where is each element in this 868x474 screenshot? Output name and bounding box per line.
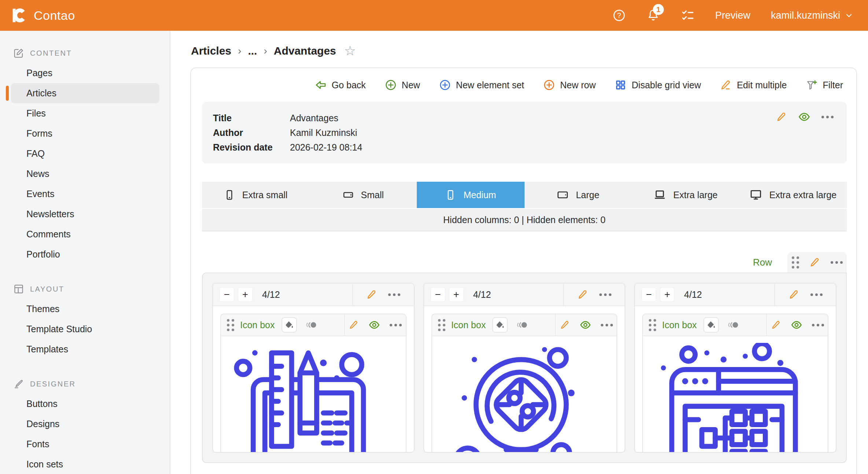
more-options-icon[interactable] [810,293,823,296]
column-header: − + 4/12 [424,284,625,306]
edit-square-icon [13,48,24,59]
sidebar-item-icon-sets[interactable]: Icon sets [0,454,170,474]
meta-row-author: Author Kamil Kuzminski [213,125,836,140]
laptop-design-illustration [230,343,397,453]
sidebar: CONTENT Pages Articles Files Forms FAQ N… [0,31,170,474]
more-options-icon[interactable] [599,293,611,296]
edit-pencil-icon[interactable] [349,320,359,330]
column-shrink-button[interactable]: − [220,287,234,302]
fade-visibility-icon[interactable] [515,320,528,330]
contao-logo[interactable]: Contao [11,8,75,23]
sidebar-item-fonts[interactable]: Fonts [0,434,170,454]
breakpoint-tabs: Extra small Small Medium [202,182,847,208]
help-icon[interactable]: ? [613,9,626,22]
style-fill-button[interactable] [492,317,508,333]
tab-medium[interactable]: Medium [417,182,524,208]
preview-link[interactable]: Preview [715,10,750,21]
sidebar-section-title-layout: LAYOUT [0,284,170,295]
column-size-label: 4/12 [473,289,491,300]
new-element-set-button[interactable]: New element set [439,79,524,91]
tab-extra-large[interactable]: Extra large [632,182,739,208]
edit-pencil-icon[interactable] [577,289,588,300]
meta-row-revision: Revision date 2026-02-19 08:14 [213,140,836,155]
tab-extra-small[interactable]: Extra small [202,182,309,208]
sidebar-item-buttons[interactable]: Buttons [0,394,170,414]
fade-visibility-icon[interactable] [726,320,739,330]
element-header: Icon box [432,314,617,336]
sidebar-item-files[interactable]: Files [0,103,170,123]
phone-portrait-icon [224,189,235,200]
edit-pencil-icon[interactable] [809,257,820,268]
sidebar-item-newsletters[interactable]: Newsletters [0,204,170,224]
breadcrumb-ellipsis[interactable]: ... [248,45,257,57]
go-back-button[interactable]: Go back [315,79,366,91]
paint-bucket-icon [495,320,505,330]
drag-handle-icon[interactable] [227,319,234,331]
drag-handle-icon[interactable] [792,256,799,269]
style-fill-button[interactable] [703,317,719,333]
disable-grid-view-button[interactable]: Disable grid view [615,79,701,91]
drag-handle-icon[interactable] [438,319,445,331]
drag-handle-icon[interactable] [649,319,656,331]
edit-pencil-icon[interactable] [560,320,570,330]
column-grow-button[interactable]: + [660,287,674,302]
row-container: − + 4/12 [202,273,847,463]
more-options-icon[interactable] [388,293,400,296]
laptop-icon [654,189,666,201]
brush-icon [13,378,24,389]
element-header: Icon box [643,314,828,336]
meta-label: Title [213,111,290,125]
sidebar-item-news[interactable]: News [0,164,170,184]
column-grow-button[interactable]: + [449,287,464,302]
edit-pencil-icon[interactable] [771,320,781,330]
sidebar-item-comments[interactable]: Comments [0,224,170,244]
edit-pencil-icon[interactable] [776,111,787,122]
edit-multiple-button[interactable]: Edit multiple [720,79,787,91]
sidebar-item-templates[interactable]: Templates [0,339,170,359]
sidebar-item-articles[interactable]: Articles [11,83,159,103]
more-options-icon[interactable] [821,116,834,118]
tab-large[interactable]: Large [525,182,632,208]
new-button[interactable]: New [385,79,420,91]
column-shrink-button[interactable]: − [431,287,445,302]
sidebar-item-template-studio[interactable]: Template Studio [0,319,170,339]
more-options-icon[interactable] [812,324,824,326]
fade-visibility-icon[interactable] [304,320,317,330]
tab-extra-extra-large[interactable]: Extra extra large [739,182,847,208]
edit-pencil-icon[interactable] [788,289,799,300]
tasks-checklist-icon[interactable] [681,8,695,22]
sidebar-item-portfolio[interactable]: Portfolio [0,244,170,264]
column-grow-button[interactable]: + [238,287,253,302]
new-row-button[interactable]: New row [543,79,596,91]
column-size-label: 4/12 [684,289,702,300]
more-options-icon[interactable] [831,261,843,264]
sidebar-item-forms[interactable]: Forms [0,123,170,144]
pencil-icon [720,79,732,91]
more-options-icon[interactable] [601,324,613,326]
visibility-eye-icon[interactable] [798,111,810,123]
layout-icon [13,284,24,295]
sidebar-item-faq[interactable]: FAQ [0,144,170,164]
style-fill-button[interactable] [282,317,297,333]
chevron-down-icon [845,11,853,20]
column-shrink-button[interactable]: − [641,287,656,302]
arrow-left-icon [315,79,327,91]
sidebar-item-themes[interactable]: Themes [0,299,170,319]
sidebar-item-designs[interactable]: Designs [0,414,170,434]
sidebar-item-events[interactable]: Events [0,184,170,204]
column-size-label: 4/12 [262,289,280,300]
visibility-eye-icon[interactable] [368,319,380,331]
notifications-bell-icon[interactable]: 1 [646,8,660,22]
phone-landscape-icon [343,189,354,200]
favorite-star-icon[interactable]: ☆ [344,43,356,59]
filter-button[interactable]: Filter [806,79,843,91]
visibility-eye-icon[interactable] [791,319,802,331]
more-options-icon[interactable] [390,324,402,326]
user-menu[interactable]: kamil.kuzminski [771,10,853,21]
edit-pencil-icon[interactable] [366,289,377,300]
breadcrumb-articles[interactable]: Articles [191,45,231,57]
sidebar-item-pages[interactable]: Pages [0,63,170,83]
icon-box-element: Icon box [220,314,407,453]
tab-small[interactable]: Small [309,182,417,208]
visibility-eye-icon[interactable] [580,319,591,331]
